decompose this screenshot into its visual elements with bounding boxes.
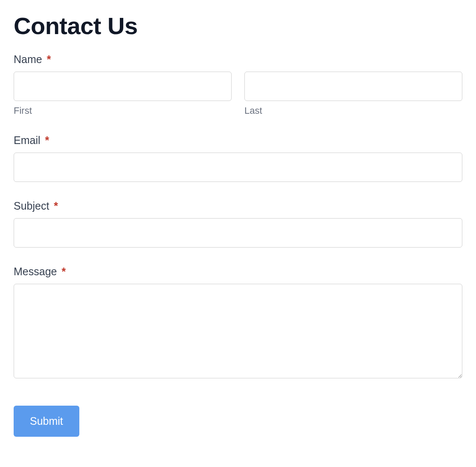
submit-button[interactable]: Submit (14, 406, 79, 437)
first-name-col: First (14, 72, 232, 116)
subject-field-group: Subject * (14, 200, 462, 248)
last-name-sublabel: Last (244, 105, 462, 116)
required-asterisk-icon: * (54, 200, 58, 212)
email-field-group: Email * (14, 134, 462, 182)
required-asterisk-icon: * (47, 53, 51, 65)
required-asterisk-icon: * (45, 134, 49, 146)
email-input[interactable] (14, 153, 462, 182)
subject-input[interactable] (14, 218, 462, 248)
first-name-input[interactable] (14, 72, 232, 101)
name-field-group: Name * First Last (14, 53, 462, 116)
last-name-input[interactable] (244, 72, 462, 101)
message-label-text: Message (14, 265, 57, 277)
message-field-group: Message * (14, 265, 462, 380)
name-label: Name * (14, 53, 462, 66)
first-name-sublabel: First (14, 105, 232, 116)
email-label: Email * (14, 134, 462, 147)
name-label-text: Name (14, 53, 42, 65)
name-row: First Last (14, 72, 462, 116)
last-name-col: Last (244, 72, 462, 116)
required-asterisk-icon: * (61, 265, 66, 277)
message-textarea[interactable] (14, 284, 462, 378)
contact-form: Name * First Last Email * Subject * (14, 53, 462, 437)
email-label-text: Email (14, 134, 41, 146)
message-label: Message * (14, 265, 462, 278)
page-title: Contact Us (14, 12, 462, 40)
subject-label-text: Subject (14, 200, 49, 212)
subject-label: Subject * (14, 200, 462, 212)
